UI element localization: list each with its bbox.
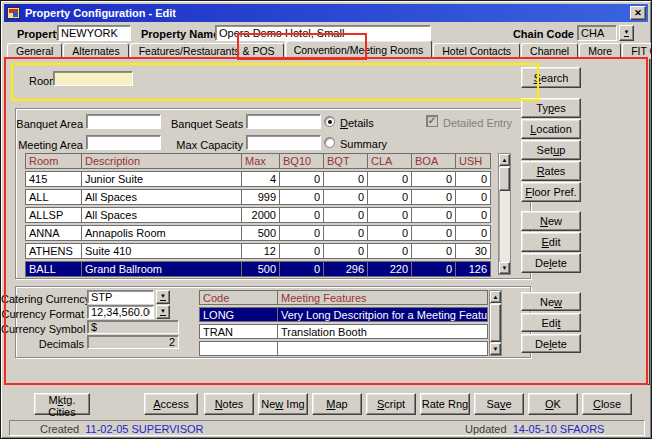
currency-symbol-field[interactable]	[87, 320, 179, 334]
features-new-button[interactable]: New	[521, 292, 581, 311]
status-bar: Created 11-02-05 SUPERVISOR Updated 14-0…	[9, 420, 645, 436]
table-cell: 500	[241, 261, 280, 277]
scroll-down-button[interactable]: ▼	[490, 343, 501, 355]
notes-button[interactable]: Notes	[204, 393, 254, 415]
close-button[interactable]: ✕	[630, 6, 646, 20]
floor-pref-button[interactable]: Floor Pref.	[521, 182, 581, 202]
scroll-thumb[interactable]	[499, 167, 510, 191]
room-field[interactable]	[53, 71, 133, 86]
table-cell: 0	[411, 171, 456, 187]
max-capacity-field[interactable]	[246, 135, 321, 150]
rates-button[interactable]: Rates	[521, 161, 581, 181]
scroll-up-button[interactable]: ▲	[499, 154, 510, 166]
types-button[interactable]: Types	[521, 98, 581, 118]
meeting-area-label: Meeting Area	[15, 139, 83, 152]
chain-code-lov-button[interactable]: ▼	[619, 25, 634, 41]
currency-format-field[interactable]	[87, 305, 154, 319]
rate-rng-button[interactable]: Rate Rng	[420, 393, 470, 415]
summary-radio[interactable]	[324, 137, 335, 148]
table-cell: 0	[323, 243, 368, 259]
tab-fit-contracts[interactable]: FIT Contracts	[622, 43, 652, 59]
scroll-down-icon: ▼	[493, 346, 499, 352]
table-cell: 0	[279, 261, 324, 277]
created-info: Created 11-02-05 SUPERVISOR	[40, 423, 203, 435]
max-capacity-label: Max Capacity	[171, 139, 243, 152]
table-cell: 12	[241, 243, 280, 259]
script-button[interactable]: Script	[366, 393, 416, 415]
table-cell: 0	[279, 225, 324, 241]
search-button[interactable]: Search	[521, 67, 581, 88]
tab-hotel-contacts[interactable]: Hotel Contacts	[433, 43, 520, 59]
column-header: Description	[81, 153, 242, 169]
meeting-features-table: CodeMeeting FeaturesLONGVery Long Descri…	[199, 290, 489, 356]
ok-button[interactable]: OK	[528, 393, 578, 415]
meeting-area-field[interactable]	[86, 135, 161, 150]
map-button[interactable]: Map	[312, 393, 362, 415]
lov-dropdown-icon: ▼	[624, 29, 630, 37]
table-cell: All Spaces	[81, 207, 242, 223]
table-row[interactable]: ANNAAnnapolis Room50000000	[25, 225, 498, 241]
chain-code-field[interactable]	[577, 25, 617, 41]
rooms-edit-button[interactable]: Edit	[521, 232, 581, 252]
table-row[interactable]: 415Junior Suite400000	[25, 171, 498, 187]
tab-channel[interactable]: Channel	[521, 43, 578, 59]
property-name-field[interactable]	[215, 25, 431, 41]
setup-button[interactable]: Setup	[521, 140, 581, 160]
location-button[interactable]: Location	[521, 119, 581, 139]
rooms-delete-button[interactable]: Delete	[521, 253, 581, 273]
property-field[interactable]	[57, 25, 131, 41]
tab-convention-meeting-rooms[interactable]: Convention/Meeting Rooms	[285, 40, 433, 59]
table-row[interactable]: ALLAll Spaces99900000	[25, 189, 498, 205]
decimals-field[interactable]	[87, 335, 179, 349]
banquet-seats-field[interactable]	[246, 114, 321, 129]
features-delete-button[interactable]: Delete	[521, 334, 581, 353]
tab-more[interactable]: More	[579, 43, 621, 59]
table-cell: 0	[279, 171, 324, 187]
save-button[interactable]: Save	[474, 393, 524, 415]
currency-format-lov-button[interactable]: ▼	[156, 305, 170, 319]
tab-features-restaurants-pos[interactable]: Features/Restaurants & POS	[130, 43, 284, 59]
banquet-area-field[interactable]	[86, 114, 161, 129]
created-value: 11-02-05 SUPERVISOR	[85, 423, 203, 435]
table-cell: 4	[241, 171, 280, 187]
catering-currency-lov-button[interactable]: ▼	[156, 290, 170, 304]
tab-alternates[interactable]: Alternates	[63, 43, 128, 59]
table-cell: LONG	[199, 307, 278, 322]
scroll-up-button[interactable]: ▲	[490, 291, 501, 303]
column-header: Room	[25, 153, 82, 169]
table-cell: 0	[323, 189, 368, 205]
table-cell: 0	[279, 207, 324, 223]
meeting-features-scrollbar[interactable]: ▲ ▼	[489, 290, 502, 356]
mktg-cities-button[interactable]: Mktg. Cities	[34, 393, 90, 415]
table-row[interactable]: TRANTranslation Booth	[199, 324, 489, 339]
table-row[interactable]: BALLGrand Ballroom50002962200126	[25, 261, 498, 277]
catering-currency-label: Catering Currency	[1, 293, 84, 306]
details-radio[interactable]	[324, 116, 335, 127]
table-row[interactable]: ALLSPAll Spaces200000000	[25, 207, 498, 223]
details-radio-label: Details	[340, 117, 374, 130]
rooms-new-button[interactable]: New	[521, 211, 581, 231]
table-row[interactable]: LONGVery Long Descritpion for a Meeting …	[199, 307, 489, 322]
new-img-button[interactable]: New Img	[258, 393, 308, 415]
rooms-table: RoomDescriptionMaxBQ10BQTCLABOAUSH415Jun…	[25, 153, 498, 277]
table-cell: 0	[323, 207, 368, 223]
catering-currency-field[interactable]	[87, 290, 154, 304]
updated-value: 14-05-10 SFAORS	[513, 423, 605, 435]
access-button[interactable]: Access	[144, 393, 198, 415]
table-cell: 0	[279, 243, 324, 259]
scroll-down-button[interactable]: ▼	[499, 262, 510, 274]
table-row[interactable]	[199, 341, 489, 356]
rooms-table-scrollbar[interactable]: ▲ ▼	[498, 153, 511, 275]
table-cell: 0	[455, 189, 491, 205]
column-header: BQ10	[279, 153, 324, 169]
updated-label: Updated	[465, 423, 507, 435]
features-edit-button[interactable]: Edit	[521, 313, 581, 332]
close-button[interactable]: Close	[582, 393, 632, 415]
scroll-thumb[interactable]	[490, 304, 501, 342]
table-cell: ALL	[25, 189, 82, 205]
table-row[interactable]: ATHENSSuite 41012000030	[25, 243, 498, 259]
table-cell: Suite 410	[81, 243, 242, 259]
tab-general[interactable]: General	[7, 43, 62, 59]
column-header: BQT	[323, 153, 368, 169]
detailed-entry-checkbox: ✓	[426, 115, 438, 127]
